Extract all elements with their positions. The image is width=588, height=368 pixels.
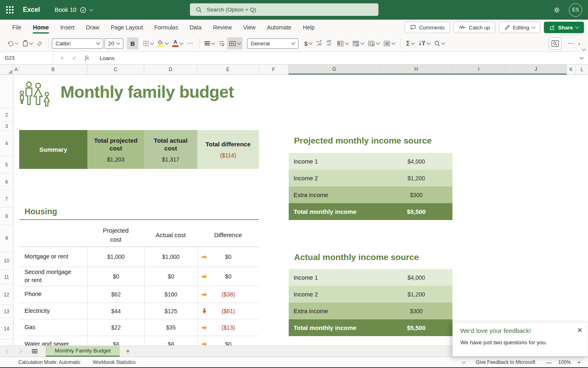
expense-label-cell[interactable]: Phone — [19, 286, 87, 303]
actual-cost-cell[interactable]: $8 — [144, 336, 197, 346]
summary-difference-cell[interactable]: Total difference ($114) — [197, 130, 259, 169]
actual-cost-cell[interactable]: $0 — [144, 267, 197, 286]
wrap-text-button[interactable] — [216, 37, 227, 49]
row-header-8[interactable]: 8 — [0, 208, 13, 225]
column-header-b[interactable]: B — [19, 65, 87, 74]
font-size-select[interactable]: 20 — [105, 38, 123, 49]
tab-help[interactable]: Help — [297, 20, 321, 35]
expense-label-cell[interactable]: Gas — [19, 319, 87, 336]
analyze-data-button[interactable] — [549, 37, 561, 49]
tab-formulas[interactable]: Formulas — [149, 20, 184, 35]
row-header-15[interactable] — [0, 339, 13, 346]
row-header-2[interactable]: 2 — [0, 108, 13, 122]
housing-heading[interactable]: Housing — [24, 207, 57, 216]
row-header-9[interactable]: 9 — [0, 225, 13, 252]
row-header-10[interactable]: 10 — [0, 252, 13, 270]
close-icon[interactable]: × — [577, 324, 582, 335]
housing-header-projected[interactable]: Projected cost — [87, 223, 144, 247]
add-sheet-button[interactable]: + — [126, 347, 130, 355]
column-header-a[interactable]: A — [13, 65, 19, 74]
difference-cell[interactable]: ($38) — [197, 286, 259, 303]
difference-cell[interactable]: $0 — [197, 247, 259, 267]
column-header-h[interactable]: H — [380, 65, 452, 74]
insert-function-button[interactable]: fx — [81, 55, 93, 61]
number-format-select[interactable]: General — [247, 38, 298, 49]
housing-header-blank[interactable] — [19, 223, 87, 247]
ribbon-more-button[interactable]: ⋯ — [566, 37, 576, 49]
conditional-formatting-button[interactable] — [335, 37, 350, 49]
merge-cells-button[interactable] — [227, 37, 243, 49]
calculation-mode-status[interactable]: Calculation Mode: Automatic — [18, 359, 80, 365]
avatar[interactable]: ES — [569, 3, 582, 17]
row-header-12[interactable]: 12 — [0, 285, 13, 305]
summary-projected-cell[interactable]: Total projected cost $1,203 — [87, 130, 144, 169]
expand-formula-bar-icon[interactable] — [580, 56, 584, 60]
share-button[interactable]: Share — [544, 22, 584, 33]
tab-insert[interactable]: Insert — [54, 20, 80, 35]
prev-sheet-icon[interactable] — [6, 349, 10, 353]
document-name[interactable]: Book 10 — [55, 7, 93, 13]
row-header-14[interactable]: 14 — [0, 318, 13, 339]
row-header-6[interactable]: 6 — [0, 173, 13, 191]
font-more-options-button[interactable]: ⋯ — [185, 37, 196, 49]
zoom-out-button[interactable]: — — [546, 359, 552, 366]
tab-review[interactable]: Review — [207, 20, 238, 35]
housing-header-difference[interactable]: Difference — [197, 223, 259, 247]
tab-data[interactable]: Data — [184, 20, 207, 35]
workbook-statistics-button[interactable]: Workbook Statistics — [93, 359, 136, 365]
income-row[interactable]: Income 2 $1,200 — [289, 170, 452, 186]
tab-automate[interactable]: Automate — [261, 20, 297, 35]
actual-cost-cell[interactable]: $35 — [144, 319, 197, 336]
alignment-button[interactable] — [203, 37, 216, 49]
column-header-i[interactable]: I — [452, 65, 506, 74]
font-color-button[interactable]: A — [170, 37, 185, 49]
row-header-3[interactable]: 3 — [0, 122, 13, 131]
all-sheets-menu-icon[interactable] — [32, 348, 38, 354]
sheet-tab-active[interactable]: Monthly Family Budget — [46, 346, 120, 357]
next-sheet-icon[interactable] — [17, 349, 22, 353]
search-input[interactable] — [206, 6, 354, 13]
sort-filter-button[interactable] — [416, 37, 432, 49]
row-header-11[interactable]: 11 — [0, 270, 13, 285]
ribbon-overflow-button[interactable]: › — [576, 37, 582, 49]
column-header-k[interactable]: K — [567, 65, 576, 74]
format-as-table-button[interactable] — [350, 37, 366, 49]
settings-gear-icon[interactable] — [553, 6, 561, 14]
editing-mode-button[interactable]: Editing — [499, 22, 540, 33]
actual-cost-cell[interactable]: $1,000 — [144, 247, 197, 267]
find-button[interactable] — [432, 37, 447, 49]
income-row[interactable]: Income 1 $4,000 — [289, 153, 452, 170]
formula-input[interactable] — [99, 55, 529, 62]
row-header-13[interactable]: 13 — [0, 305, 13, 318]
income-row[interactable]: Extra income $300 — [289, 303, 452, 319]
tab-file[interactable]: File — [7, 20, 27, 35]
column-header-j[interactable]: J — [506, 65, 567, 74]
tab-home[interactable]: Home — [27, 20, 55, 35]
projected-cost-cell[interactable]: $22 — [87, 319, 144, 336]
row-header-1[interactable] — [0, 75, 13, 108]
difference-cell[interactable]: $0 — [197, 267, 259, 286]
paste-button[interactable] — [20, 37, 35, 49]
difference-cell[interactable]: $0 — [197, 336, 259, 346]
projected-cost-cell[interactable]: $44 — [87, 303, 144, 319]
zoom-in-button[interactable]: + — [577, 359, 581, 366]
actual-income-heading[interactable]: Actual monthly income source — [294, 252, 419, 262]
bold-button[interactable]: B — [127, 37, 138, 49]
catch-up-button[interactable]: Catch up — [454, 22, 495, 33]
font-name-select[interactable]: Calibri — [52, 38, 103, 49]
cell-styles-button[interactable] — [366, 37, 381, 49]
projected-cost-cell[interactable]: $1,000 — [87, 247, 144, 267]
column-header-c[interactable]: C — [87, 65, 144, 74]
fill-color-button[interactable] — [156, 37, 170, 49]
row-header-7[interactable]: 7 — [0, 191, 13, 208]
summary-label-cell[interactable]: Summary — [19, 130, 87, 169]
sheet-title[interactable]: Monthly family budget — [60, 83, 234, 102]
expense-label-cell[interactable]: Electricity — [19, 303, 87, 319]
tab-page-layout[interactable]: Page Layout — [105, 20, 149, 35]
search-bar[interactable] — [190, 3, 379, 16]
actual-cost-cell[interactable]: $100 — [144, 286, 197, 303]
increase-decimal-button[interactable]: ←0.00 — [314, 37, 323, 49]
projected-cost-cell[interactable]: $62 — [87, 286, 144, 303]
expense-label-cell[interactable]: Water and sewer — [19, 336, 87, 346]
difference-cell[interactable]: ($13) — [197, 319, 259, 336]
